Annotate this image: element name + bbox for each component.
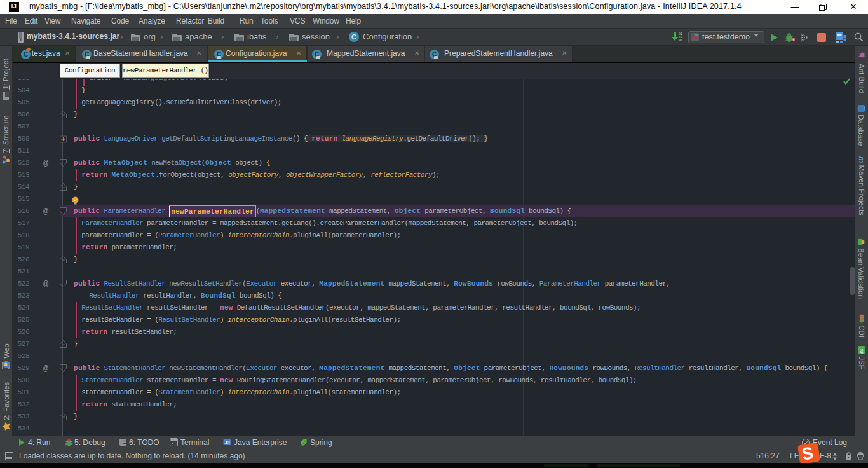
svg-text:J: J bbox=[225, 440, 227, 446]
svg-text:01: 01 bbox=[679, 38, 682, 42]
svg-text:3: 3 bbox=[792, 38, 794, 42]
svg-text:JSF: JSF bbox=[859, 347, 864, 354]
